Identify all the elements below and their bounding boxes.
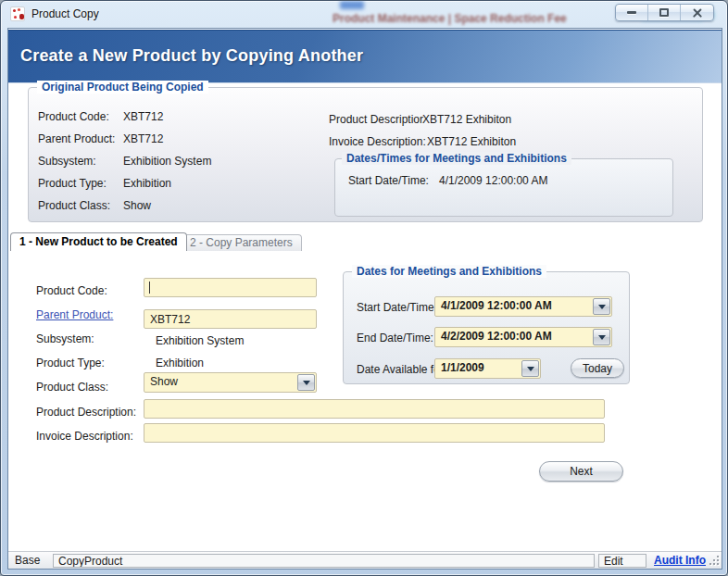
start-date-value: 4/1/2009 12:00:00 AM — [435, 297, 592, 316]
background-window-glimpse-text: Product Maintenance | Space Reduction Fe… — [333, 12, 620, 25]
invoice-description-input[interactable] — [144, 423, 605, 443]
orig-product-type-label: Product Type: — [38, 177, 107, 190]
product-copy-window: Product Maintenance | Space Reduction Fe… — [0, 0, 728, 576]
page-title: Create a New Product by Copying Another — [20, 46, 363, 66]
background-glimpse-blob — [340, 1, 364, 9]
end-date-dropdown-button[interactable] — [593, 329, 610, 345]
orig-product-description-value: XBT712 Exhibiton — [422, 113, 511, 126]
orig-subsystem-value: Exhibition System — [123, 155, 211, 168]
tab-new-product[interactable]: 1 - New Product to be Created — [10, 232, 187, 251]
product-class-dropdown-button[interactable] — [297, 374, 315, 391]
orig-dates-group: Dates/Times for Meetings and Exhibitions… — [334, 158, 673, 217]
original-product-group: Original Product Being Copied Product Co… — [28, 87, 703, 222]
dialog-content: Create a New Product by Copying Another … — [7, 28, 722, 570]
orig-subsystem-label: Subsystem: — [38, 155, 96, 168]
product-description-input[interactable] — [144, 399, 605, 419]
chevron-down-icon — [527, 367, 534, 371]
orig-product-class-value: Show — [123, 199, 151, 212]
status-bar: Base CopyProduct Edit Audit Info — [8, 551, 722, 569]
close-icon — [692, 7, 703, 19]
minimize-button[interactable] — [616, 5, 648, 20]
resize-grip[interactable] — [709, 556, 719, 565]
dates-group: Dates for Meetings and Exhibitions Start… — [343, 271, 630, 384]
maximize-icon — [659, 8, 669, 17]
new-product-tab-panel: Product Code: Parent Product: Subsystem:… — [8, 251, 722, 553]
orig-product-type-value: Exhibition — [123, 177, 171, 190]
parent-product-input[interactable] — [144, 309, 317, 329]
end-date-dropdown[interactable]: 4/2/2009 12:00:00 AM — [434, 327, 612, 347]
orig-dates-group-title: Dates/Times for Meetings and Exhibitions — [342, 152, 571, 165]
start-date-dropdown[interactable]: 4/1/2009 12:00:00 AM — [434, 296, 612, 317]
start-date-dropdown-button[interactable] — [593, 298, 610, 315]
minimize-icon — [627, 11, 636, 14]
subsystem-value: Exhibition System — [156, 334, 244, 347]
close-button[interactable] — [681, 5, 713, 20]
orig-product-description-label: Product Descriptior — [329, 113, 423, 126]
orig-product-code-label: Product Code: — [38, 110, 109, 123]
window-title: Product Copy — [31, 1, 99, 28]
product-type-value: Exhibition — [156, 357, 204, 369]
next-button[interactable]: Next — [539, 461, 623, 482]
invoice-description-label: Invoice Description: — [36, 430, 133, 443]
chevron-down-icon — [598, 305, 606, 309]
window-controls — [615, 4, 714, 21]
orig-start-date-label: Start Date/Time: — [348, 174, 429, 187]
tab-copy-parameters[interactable]: 2 - Copy Parameters — [181, 234, 302, 251]
dates-group-title: Dates for Meetings and Exhibitions — [352, 265, 546, 278]
available-date-dropdown[interactable]: 1/1/2009 — [434, 358, 541, 379]
product-class-label: Product Class: — [36, 381, 108, 394]
product-class-dropdown[interactable]: Show — [144, 372, 317, 393]
original-product-group-title: Original Product Being Copied — [37, 81, 208, 94]
today-button[interactable]: Today — [571, 358, 624, 378]
parent-product-link[interactable]: Parent Product: — [36, 308, 113, 321]
product-type-label: Product Type: — [36, 357, 105, 369]
orig-parent-product-label: Parent Product: — [38, 132, 115, 145]
audit-info-link[interactable]: Audit Info — [654, 554, 706, 567]
orig-invoice-description-label: Invoice Description: — [329, 135, 426, 148]
start-date-label: Start Date/Time: — [357, 301, 437, 314]
maximize-button[interactable] — [648, 5, 681, 20]
product-class-selected-value: Show — [144, 373, 296, 392]
available-date-dropdown-button[interactable] — [521, 360, 539, 377]
product-code-label: Product Code: — [36, 284, 107, 297]
orig-start-date-value: 4/1/2009 12:00:00 AM — [439, 174, 547, 187]
header-banner: Create a New Product by Copying Another — [8, 30, 722, 83]
available-date-value: 1/1/2009 — [435, 359, 521, 378]
status-base-label: Base — [8, 554, 53, 567]
status-context-panel: CopyProduct — [53, 554, 595, 568]
status-mode-panel: Edit — [598, 554, 646, 568]
orig-product-code-value: XBT712 — [123, 110, 163, 123]
subsystem-label: Subsystem: — [36, 332, 94, 345]
product-code-input[interactable] — [144, 278, 317, 297]
orig-product-class-label: Product Class: — [38, 199, 110, 212]
end-date-value: 4/2/2009 12:00:00 AM — [435, 328, 592, 346]
title-bar[interactable]: Product Maintenance | Space Reduction Fe… — [1, 1, 727, 28]
app-icon — [10, 6, 25, 21]
orig-invoice-description-value: XBT712 Exhibiton — [427, 135, 516, 148]
product-description-label: Product Description: — [36, 406, 136, 419]
chevron-down-icon — [598, 335, 606, 340]
chevron-down-icon — [303, 381, 310, 385]
end-date-label: End Date/Time: — [357, 332, 433, 344]
orig-parent-product-value: XBT712 — [123, 132, 163, 145]
